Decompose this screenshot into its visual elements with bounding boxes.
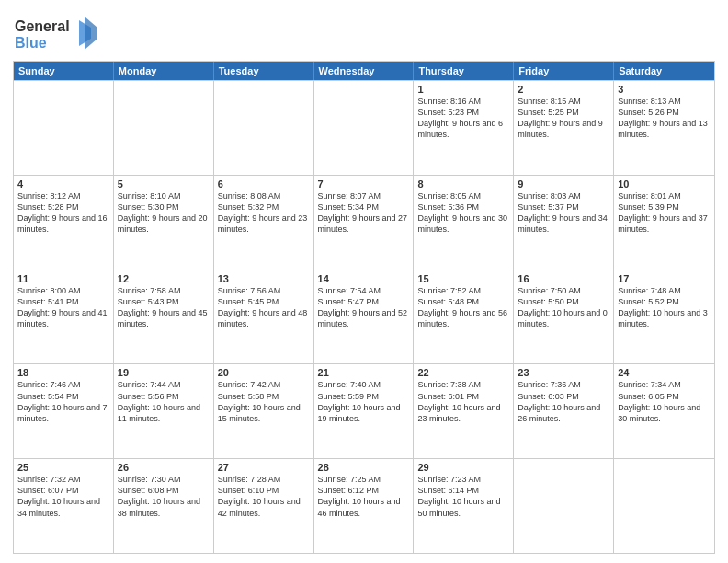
day-info: Sunrise: 8:05 AM Sunset: 5:36 PM Dayligh… [417,190,509,236]
day-cell-24: 24Sunrise: 7:34 AM Sunset: 6:05 PM Dayli… [614,364,714,458]
day-number: 3 [618,84,711,95]
day-info: Sunrise: 7:23 AM Sunset: 6:14 PM Dayligh… [417,474,509,519]
day-cell-17: 17Sunrise: 7:48 AM Sunset: 5:52 PM Dayli… [614,270,714,364]
day-info: Sunrise: 7:50 AM Sunset: 5:50 PM Dayligh… [518,285,609,330]
day-info: Sunrise: 7:30 AM Sunset: 6:08 PM Dayligh… [118,474,210,519]
day-info: Sunrise: 8:07 AM Sunset: 5:34 PM Dayligh… [318,190,410,236]
calendar-week-5: 25Sunrise: 7:32 AM Sunset: 6:07 PM Dayli… [14,458,714,553]
day-cell-11: 11Sunrise: 8:00 AM Sunset: 5:41 PM Dayli… [14,270,114,364]
logo-text: General Blue [13,13,100,57]
header-day-saturday: Saturday [614,62,714,80]
day-number: 16 [518,273,609,284]
empty-cell [314,81,415,175]
day-cell-10: 10Sunrise: 8:01 AM Sunset: 5:39 PM Dayli… [614,176,714,270]
day-number: 18 [17,367,109,378]
calendar-header: SundayMondayTuesdayWednesdayThursdayFrid… [14,62,714,80]
day-cell-29: 29Sunrise: 7:23 AM Sunset: 6:14 PM Dayli… [414,459,514,553]
calendar-week-2: 4Sunrise: 8:12 AM Sunset: 5:28 PM Daylig… [14,175,714,270]
day-info: Sunrise: 8:15 AM Sunset: 5:25 PM Dayligh… [518,96,609,141]
calendar-body: 1Sunrise: 8:16 AM Sunset: 5:23 PM Daylig… [14,80,714,553]
header: General Blue [13,9,715,57]
day-info: Sunrise: 7:56 AM Sunset: 5:45 PM Dayligh… [218,285,310,330]
day-number: 20 [218,367,310,378]
day-number: 2 [518,84,609,95]
day-info: Sunrise: 7:42 AM Sunset: 5:58 PM Dayligh… [218,379,310,424]
day-cell-2: 2Sunrise: 8:15 AM Sunset: 5:25 PM Daylig… [514,81,614,175]
day-info: Sunrise: 7:25 AM Sunset: 6:12 PM Dayligh… [318,474,410,519]
day-info: Sunrise: 7:48 AM Sunset: 5:52 PM Dayligh… [618,285,711,330]
day-info: Sunrise: 7:32 AM Sunset: 6:07 PM Dayligh… [17,474,109,519]
day-number: 28 [318,462,410,473]
day-cell-14: 14Sunrise: 7:54 AM Sunset: 5:47 PM Dayli… [314,270,415,364]
day-cell-13: 13Sunrise: 7:56 AM Sunset: 5:45 PM Dayli… [214,270,314,364]
day-info: Sunrise: 7:40 AM Sunset: 5:59 PM Dayligh… [318,379,410,424]
day-number: 4 [17,178,109,190]
day-cell-28: 28Sunrise: 7:25 AM Sunset: 6:12 PM Dayli… [314,459,415,553]
calendar-week-1: 1Sunrise: 8:16 AM Sunset: 5:23 PM Daylig… [14,80,714,175]
day-number: 12 [118,273,210,284]
day-info: Sunrise: 8:13 AM Sunset: 5:26 PM Dayligh… [618,96,711,141]
day-number: 9 [518,178,609,190]
empty-cell [14,81,114,175]
day-info: Sunrise: 8:03 AM Sunset: 5:37 PM Dayligh… [518,190,609,236]
day-number: 15 [417,273,509,284]
day-cell-7: 7Sunrise: 8:07 AM Sunset: 5:34 PM Daylig… [314,176,415,270]
day-info: Sunrise: 8:10 AM Sunset: 5:30 PM Dayligh… [118,190,210,236]
day-number: 6 [218,178,310,190]
day-cell-8: 8Sunrise: 8:05 AM Sunset: 5:36 PM Daylig… [414,176,514,270]
day-info: Sunrise: 7:46 AM Sunset: 5:54 PM Dayligh… [17,379,109,424]
calendar-week-3: 11Sunrise: 8:00 AM Sunset: 5:41 PM Dayli… [14,270,714,364]
calendar-week-4: 18Sunrise: 7:46 AM Sunset: 5:54 PM Dayli… [14,363,714,458]
day-number: 26 [118,462,210,473]
day-info: Sunrise: 7:54 AM Sunset: 5:47 PM Dayligh… [318,285,410,330]
day-info: Sunrise: 8:08 AM Sunset: 5:32 PM Dayligh… [218,190,310,236]
day-info: Sunrise: 7:44 AM Sunset: 5:56 PM Dayligh… [118,379,210,424]
day-number: 22 [417,367,509,378]
logo: General Blue [13,13,100,57]
day-number: 14 [318,273,410,284]
day-cell-3: 3Sunrise: 8:13 AM Sunset: 5:26 PM Daylig… [614,81,714,175]
day-number: 27 [218,462,310,473]
day-cell-16: 16Sunrise: 7:50 AM Sunset: 5:50 PM Dayli… [514,270,614,364]
day-number: 10 [618,178,711,190]
day-number: 23 [518,367,609,378]
day-number: 19 [118,367,210,378]
header-day-monday: Monday [114,62,214,80]
day-info: Sunrise: 7:34 AM Sunset: 6:05 PM Dayligh… [618,379,711,424]
day-cell-22: 22Sunrise: 7:38 AM Sunset: 6:01 PM Dayli… [414,364,514,458]
day-cell-25: 25Sunrise: 7:32 AM Sunset: 6:07 PM Dayli… [14,459,114,553]
day-number: 8 [417,178,509,190]
header-day-tuesday: Tuesday [214,62,314,80]
day-info: Sunrise: 7:38 AM Sunset: 6:01 PM Dayligh… [417,379,509,424]
header-day-friday: Friday [514,62,614,80]
day-cell-1: 1Sunrise: 8:16 AM Sunset: 5:23 PM Daylig… [414,81,514,175]
day-cell-21: 21Sunrise: 7:40 AM Sunset: 5:59 PM Dayli… [314,364,415,458]
empty-cell [514,459,614,553]
day-cell-26: 26Sunrise: 7:30 AM Sunset: 6:08 PM Dayli… [114,459,214,553]
day-number: 24 [618,367,711,378]
day-number: 13 [218,273,310,284]
day-cell-18: 18Sunrise: 7:46 AM Sunset: 5:54 PM Dayli… [14,364,114,458]
day-info: Sunrise: 8:12 AM Sunset: 5:28 PM Dayligh… [17,190,109,236]
empty-cell [214,81,314,175]
day-cell-23: 23Sunrise: 7:36 AM Sunset: 6:03 PM Dayli… [514,364,614,458]
calendar: SundayMondayTuesdayWednesdayThursdayFrid… [13,61,715,554]
day-info: Sunrise: 8:16 AM Sunset: 5:23 PM Dayligh… [417,96,509,141]
header-day-sunday: Sunday [14,62,114,80]
day-info: Sunrise: 8:01 AM Sunset: 5:39 PM Dayligh… [618,190,711,236]
day-info: Sunrise: 7:58 AM Sunset: 5:43 PM Dayligh… [118,285,210,330]
day-number: 21 [318,367,410,378]
header-day-wednesday: Wednesday [314,62,415,80]
day-info: Sunrise: 7:28 AM Sunset: 6:10 PM Dayligh… [218,474,310,519]
day-cell-5: 5Sunrise: 8:10 AM Sunset: 5:30 PM Daylig… [114,176,214,270]
day-cell-27: 27Sunrise: 7:28 AM Sunset: 6:10 PM Dayli… [214,459,314,553]
empty-cell [614,459,714,553]
day-number: 7 [318,178,410,190]
day-number: 1 [417,84,509,95]
day-cell-12: 12Sunrise: 7:58 AM Sunset: 5:43 PM Dayli… [114,270,214,364]
day-info: Sunrise: 7:52 AM Sunset: 5:48 PM Dayligh… [417,285,509,330]
day-number: 5 [118,178,210,190]
header-day-thursday: Thursday [414,62,514,80]
day-info: Sunrise: 8:00 AM Sunset: 5:41 PM Dayligh… [17,285,109,330]
svg-text:General: General [15,18,70,34]
